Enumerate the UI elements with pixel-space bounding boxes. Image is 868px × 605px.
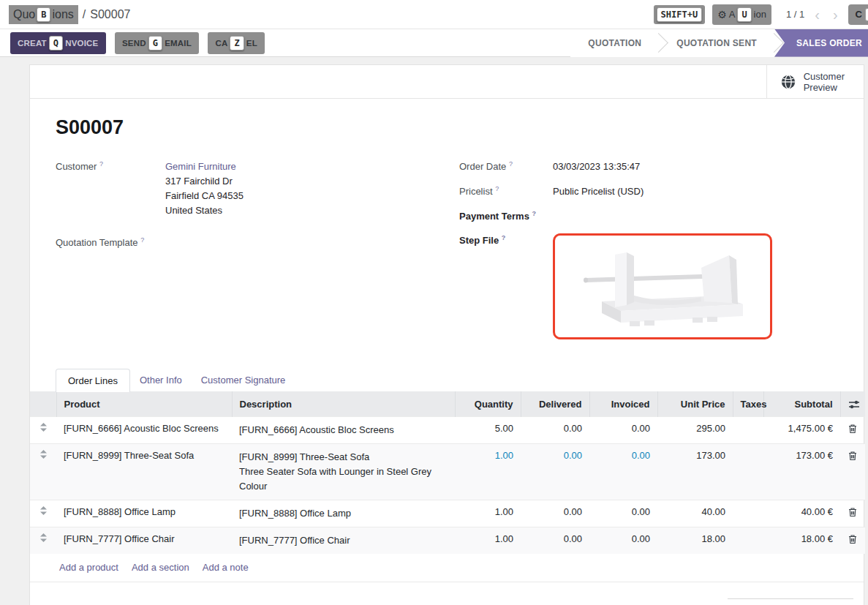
- cell-taxes[interactable]: [733, 527, 763, 554]
- status-step-quotation[interactable]: QUOTATION: [570, 29, 659, 57]
- customer-value: Gemini Furniture 317 Fairchild Dr Fairfi…: [165, 159, 244, 218]
- cell-description[interactable]: [FURN_8999] Three-Seat Sofa Three Seater…: [232, 443, 455, 500]
- drag-handle-icon[interactable]: [30, 416, 56, 443]
- cell-quantity[interactable]: 1.00: [455, 443, 521, 500]
- cell-unit-price[interactable]: 295.00: [657, 416, 733, 443]
- cell-invoiced[interactable]: 0.00: [589, 443, 657, 500]
- tab-other-info[interactable]: Other Info: [130, 369, 192, 391]
- action-menu-button[interactable]: ⚙ A U ion: [712, 4, 771, 25]
- trash-icon: [848, 424, 857, 434]
- cell-product[interactable]: [FURN_7777] Office Chair: [56, 527, 232, 554]
- step-file-label-text: Step File: [459, 236, 499, 247]
- delete-row-button[interactable]: [840, 416, 865, 443]
- cell-quantity[interactable]: 1.00: [455, 527, 521, 554]
- header-options[interactable]: [840, 391, 865, 416]
- table-row[interactable]: [FURN_8888] Office Lamp [FURN_8888] Offi…: [30, 500, 865, 527]
- edge-button-label: C: [856, 9, 862, 20]
- create-invoice-text-pre: CREAT: [18, 39, 47, 48]
- notebook-tabs: Order Lines Other Info Customer Signatur…: [30, 369, 864, 391]
- pricelist-value[interactable]: Public Pricelist (USD): [553, 184, 644, 199]
- cell-quantity[interactable]: 5.00: [455, 416, 521, 443]
- cell-delivered[interactable]: 0.00: [521, 416, 589, 443]
- address-line3: United States: [165, 203, 244, 218]
- hint-key-shift-u: SHIFT+U: [657, 7, 703, 22]
- cell-invoiced[interactable]: 0.00: [589, 500, 657, 527]
- table-row[interactable]: [FURN_6666] Acoustic Bloc Screens [FURN_…: [30, 416, 865, 443]
- cell-unit-price[interactable]: 173.00: [657, 443, 733, 500]
- breadcrumb-text-pre: Quo: [13, 8, 35, 21]
- status-step-sales-order[interactable]: SALES ORDER: [774, 29, 868, 57]
- header-quantity[interactable]: Quantity: [455, 391, 521, 416]
- header-taxes[interactable]: Taxes: [733, 391, 763, 416]
- create-invoice-text-post: NVOICE: [65, 39, 98, 48]
- delete-row-button[interactable]: [840, 500, 865, 527]
- cell-quantity[interactable]: 1.00: [455, 500, 521, 527]
- edge-truncated-button[interactable]: C: [848, 4, 868, 25]
- customer-name-link[interactable]: Gemini Furniture: [165, 159, 244, 174]
- tab-customer-signature[interactable]: Customer Signature: [192, 369, 295, 391]
- add-section-link[interactable]: Add a section: [132, 562, 189, 573]
- customer-preview-button[interactable]: Customer Preview: [766, 65, 864, 98]
- fields-left-column: Customer ? Gemini Furniture 317 Fairchil…: [56, 159, 459, 347]
- cell-invoiced[interactable]: 0.00: [589, 416, 657, 443]
- delete-row-button[interactable]: [840, 527, 865, 554]
- create-invoice-button[interactable]: CREAT Q NVOICE: [10, 32, 106, 54]
- table-row[interactable]: [FURN_7777] Office Chair [FURN_7777] Off…: [30, 527, 865, 554]
- breadcrumb-quotations-link[interactable]: Quo B ions: [9, 5, 78, 24]
- tab-order-lines[interactable]: Order Lines: [56, 369, 130, 392]
- cell-description[interactable]: [FURN_6666] Acoustic Bloc Screens: [232, 416, 455, 443]
- pager-next-icon[interactable]: ›: [830, 7, 841, 22]
- cell-subtotal: 40.00 €: [763, 500, 840, 527]
- form-sheet: Customer Preview S00007 Customer ? Gemin…: [29, 64, 864, 605]
- order-date-value[interactable]: 03/03/2023 13:35:47: [553, 159, 640, 174]
- drag-handle-icon[interactable]: [30, 527, 56, 554]
- cell-invoiced[interactable]: 0.00: [589, 527, 657, 554]
- header-delivered[interactable]: Delivered: [521, 391, 589, 416]
- add-note-link[interactable]: Add a note: [203, 562, 249, 573]
- cancel-text-post: EL: [246, 39, 257, 48]
- cell-taxes[interactable]: [733, 500, 763, 527]
- cell-taxes[interactable]: [733, 416, 763, 443]
- cell-description[interactable]: [FURN_8888] Office Lamp: [232, 500, 455, 527]
- cell-product[interactable]: [FURN_8888] Office Lamp: [56, 500, 232, 527]
- delete-row-button[interactable]: [840, 443, 865, 500]
- quotation-template-label: Quotation Template ?: [56, 236, 165, 248]
- send-email-button[interactable]: SEND G EMAIL: [115, 32, 199, 54]
- cell-taxes[interactable]: [733, 443, 763, 500]
- header-product[interactable]: Product: [56, 391, 232, 416]
- drag-handle-icon[interactable]: [30, 443, 56, 500]
- optional-columns-icon: [848, 399, 860, 410]
- header-description[interactable]: Description: [232, 391, 455, 416]
- shift-hint-overlay[interactable]: SHIFT+U: [654, 5, 706, 24]
- page-title: S00007: [56, 116, 834, 139]
- hint-key-g: G: [148, 36, 162, 50]
- field-order-date: Order Date ? 03/03/2023 13:35:47: [459, 159, 834, 174]
- action-buttons: CREAT Q NVOICE SEND G EMAIL CA Z EL: [10, 32, 271, 54]
- step-file-preview[interactable]: [553, 233, 772, 339]
- cell-delivered[interactable]: 0.00: [521, 527, 589, 554]
- form-fields: Customer ? Gemini Furniture 317 Fairchil…: [56, 159, 834, 347]
- cell-delivered[interactable]: 0.00: [521, 443, 589, 500]
- header-invoiced[interactable]: Invoiced: [589, 391, 657, 416]
- add-product-link[interactable]: Add a product: [59, 562, 118, 573]
- table-row[interactable]: [FURN_8999] Three-Seat Sofa [FURN_8999] …: [30, 443, 865, 500]
- cell-product[interactable]: [FURN_6666] Acoustic Bloc Screens: [56, 416, 232, 443]
- cell-unit-price[interactable]: 18.00: [657, 527, 733, 554]
- status-step-label: SALES ORDER: [796, 38, 862, 48]
- trash-icon: [848, 451, 857, 461]
- cancel-button[interactable]: CA Z EL: [208, 32, 265, 54]
- header-subtotal[interactable]: Subtotal: [763, 391, 840, 416]
- drag-handle-icon[interactable]: [30, 500, 56, 527]
- send-email-text-post: EMAIL: [165, 39, 192, 48]
- cell-product[interactable]: [FURN_8999] Three-Seat Sofa: [56, 443, 232, 500]
- pager-prev-icon[interactable]: ‹: [812, 7, 823, 22]
- header-unit-price[interactable]: Unit Price: [657, 391, 733, 416]
- cell-description[interactable]: [FURN_7777] Office Chair: [232, 527, 455, 554]
- cell-delivered[interactable]: 0.00: [521, 500, 589, 527]
- customer-preview-line1: Customer: [804, 71, 845, 82]
- status-step-quotation-sent[interactable]: QUOTATION SENT: [659, 29, 774, 57]
- customer-label: Customer ?: [56, 159, 165, 218]
- cell-unit-price[interactable]: 40.00: [657, 500, 733, 527]
- breadcrumb-current: S00007: [90, 8, 130, 21]
- field-payment-terms: Payment Terms ?: [459, 209, 834, 222]
